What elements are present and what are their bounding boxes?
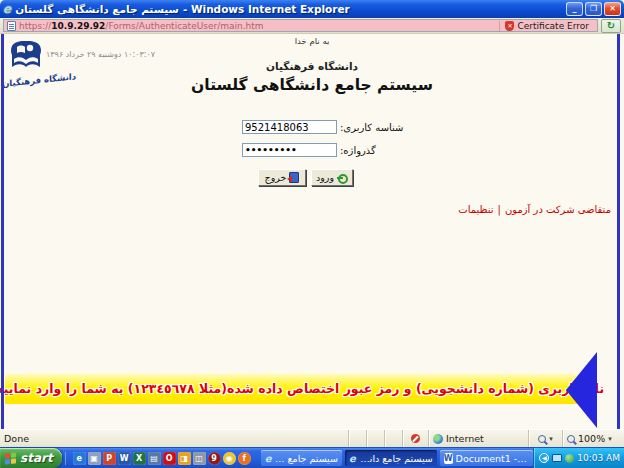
username-input[interactable]: [242, 120, 337, 134]
instruction-banner: نام کاربری (شماره دانشجویی) و رمز عبور ا…: [5, 373, 591, 404]
word-icon: W: [444, 453, 453, 464]
footer-links: تنظیمات | متقاضی شرکت در آزمون: [458, 204, 611, 215]
address-bar: https://10.9.29.92/Forms/AuthenticateUse…: [0, 18, 624, 34]
taskbar: start e ▣ P W X ▤ O ◨ ◫ 9 ◉ f e سیستم جا…: [0, 448, 624, 468]
window-title-suffix: - Windows Internet Explorer: [183, 3, 350, 15]
blocked-icon: [411, 434, 420, 443]
start-button[interactable]: start: [0, 448, 62, 468]
address-input[interactable]: https://10.9.29.92/Forms/AuthenticateUse…: [3, 19, 598, 32]
bismillah-text: به نام خدا: [0, 36, 624, 46]
exit-door-icon: [289, 172, 299, 183]
page-content: به نام خدا دانشگاه فرهنگیان ۱۰:۰۳:۰۷ دوش…: [0, 34, 624, 429]
page-icon: [7, 21, 16, 31]
page-left-border: [1, 34, 4, 429]
university-name: دانشگاه فرهنگیان: [0, 60, 624, 72]
antivirus-icon[interactable]: [565, 454, 574, 463]
quick-launch-bar: e ▣ P W X ▤ O ◨ ◫ 9 ◉ f: [65, 452, 256, 465]
taskbar-window-label: Document1 - Microsof...: [456, 453, 530, 464]
taskbar-window-label: سیستم جامع دانشگاه: [359, 453, 433, 464]
folder-icon[interactable]: ◨: [178, 452, 191, 465]
title-bar: e سیستم جامع دانشگاهی گلستان - Windows I…: [0, 0, 624, 18]
exit-button-label: خروج: [265, 172, 287, 183]
window-title: سیستم جامع دانشگاهی گلستان - Windows Int…: [15, 3, 562, 15]
word-icon[interactable]: W: [118, 452, 131, 465]
status-cell-empty: [384, 430, 402, 447]
status-bar: Done Internet ▾ 100% ▾: [0, 429, 624, 447]
mail-icon[interactable]: ◫: [193, 452, 206, 465]
task-buttons: e سیستم جامع دانشگاه e سیستم جامع دانشگا…: [256, 450, 534, 466]
taskbar-window-label: سیستم جامع دانشگاه: [274, 453, 338, 464]
internet-explorer-icon[interactable]: e: [73, 452, 86, 465]
internet-explorer-icon: e: [265, 453, 272, 464]
close-button[interactable]: ✕: [604, 2, 621, 16]
login-button-label: ورود: [316, 172, 334, 183]
settings-link[interactable]: تنظیمات: [458, 204, 493, 215]
excel-icon[interactable]: X: [133, 452, 146, 465]
security-zone-cell: Internet: [428, 430, 528, 447]
links-divider: |: [498, 204, 501, 215]
status-cell-empty: [348, 430, 366, 447]
url-protocol: https://: [19, 21, 51, 31]
magnifier-icon: [538, 435, 546, 443]
network-icon[interactable]: [552, 454, 562, 462]
dropdown-arrow-icon: ▾: [549, 435, 553, 443]
internet-explorer-icon: e: [349, 453, 356, 464]
taskbar-window-word-document[interactable]: W Document1 - Microsof...: [440, 450, 534, 466]
minimize-button[interactable]: _: [566, 2, 583, 16]
windows-flag-icon: [5, 452, 16, 464]
start-button-label: start: [20, 451, 53, 465]
url-host: 10.9.29.92: [51, 21, 105, 31]
firefox-icon[interactable]: f: [238, 452, 251, 465]
status-text: Done: [0, 430, 348, 447]
internet-explorer-icon: e: [3, 3, 11, 15]
url-path: /Forms/AuthenticateUser/main.htm: [105, 21, 263, 31]
security-zone-label: Internet: [446, 433, 484, 444]
certificate-error-badge[interactable]: ✕ Certificate Error: [499, 21, 594, 31]
ie-window: e سیستم جامع دانشگاهی گلستان - Windows I…: [0, 0, 624, 468]
login-key-icon: [337, 174, 348, 181]
chrome-icon[interactable]: ◉: [223, 452, 236, 465]
zoom-level-value: 100%: [578, 433, 605, 444]
zoom-level-cell[interactable]: 100% ▾: [562, 430, 624, 447]
instruction-banner-text: نام کاربری (شماره دانشجویی) و رمز عبور ا…: [0, 381, 604, 396]
shield-error-icon: ✕: [505, 21, 514, 31]
tray-collapse-chevron-icon[interactable]: ◀: [539, 453, 549, 463]
protected-mode-cell: [402, 430, 428, 447]
taskbar-window-golestan-2-active[interactable]: e سیستم جامع دانشگاه: [345, 450, 437, 466]
powerpoint-icon[interactable]: P: [103, 452, 116, 465]
exit-button[interactable]: خروج: [258, 169, 306, 186]
password-label: گذرواژه:: [340, 145, 376, 156]
certificate-error-label: Certificate Error: [517, 21, 589, 31]
url-text[interactable]: https://10.9.29.92/Forms/AuthenticateUse…: [19, 21, 496, 31]
media-player-icon[interactable]: ▤: [148, 452, 161, 465]
page-right-border: [617, 34, 620, 429]
download-manager-icon[interactable]: 9: [208, 452, 221, 465]
zoom-magnifier-icon: [567, 435, 575, 443]
status-cell-empty: [366, 430, 384, 447]
system-title: سیستم جامع دانشگاهی گلستان: [0, 76, 624, 94]
zoom-dropdown-arrow-icon: ▾: [608, 435, 612, 443]
opera-icon[interactable]: O: [163, 452, 176, 465]
internet-globe-icon: [433, 434, 443, 444]
zoom-mode-cell[interactable]: ▾: [528, 430, 562, 447]
exam-applicant-link[interactable]: متقاضی شرکت در آزمون: [505, 204, 611, 215]
left-arrow-decoration: [566, 352, 597, 428]
datetime-text: ۱۰:۰۳:۰۷ دوشنبه ۲۹ خرداد ۱۳۹۶: [46, 50, 186, 59]
window-title-fa: سیستم جامع دانشگاهی گلستان: [15, 3, 179, 15]
login-button[interactable]: ورود: [311, 169, 353, 186]
show-desktop-icon[interactable]: ▣: [88, 452, 101, 465]
system-tray: ◀ 10:03 AM: [533, 448, 624, 468]
clock[interactable]: 10:03 AM: [577, 453, 620, 463]
username-label: شناسه کاربری:: [340, 122, 404, 133]
window-controls: _ ❐ ✕: [566, 2, 621, 16]
refresh-button[interactable]: ↻: [601, 19, 621, 33]
taskbar-window-golestan-1[interactable]: e سیستم جامع دانشگاه: [261, 450, 342, 466]
maximize-button[interactable]: ❐: [585, 2, 602, 16]
password-input[interactable]: [242, 143, 337, 157]
